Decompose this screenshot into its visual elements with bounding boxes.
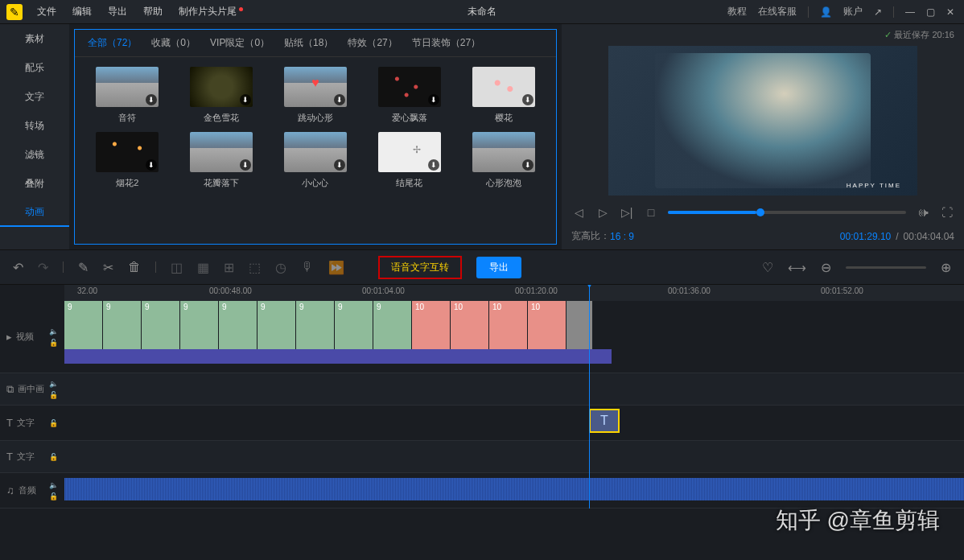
speed-icon[interactable]: ⏩ [328, 260, 344, 275]
lock-icon[interactable]: 🔓 [49, 339, 58, 347]
side-tab-1[interactable]: 配乐 [0, 53, 69, 82]
video-clip[interactable]: 9 [373, 301, 412, 349]
download-icon[interactable]: ⬇ [428, 159, 439, 171]
play-icon[interactable]: ▷ [595, 205, 610, 220]
asset-thumbnail[interactable]: ⬇ [96, 132, 159, 172]
asset-thumbnail[interactable]: ⬇ [472, 67, 535, 107]
duration-icon[interactable]: ◷ [275, 260, 286, 275]
menu-edit[interactable]: 编辑 [64, 5, 100, 19]
asset-item[interactable]: ⬇烟花2 [88, 132, 167, 189]
fit-icon[interactable]: ⟷ [788, 260, 806, 275]
speaker-icon[interactable]: 🔈 [49, 327, 58, 336]
share-icon[interactable]: ↗ [874, 6, 882, 18]
lock-icon[interactable]: 🔓 [49, 419, 58, 427]
stop-icon[interactable]: □ [644, 205, 658, 220]
asset-tab-0[interactable]: 全部（72） [88, 36, 137, 50]
link-tutorial[interactable]: 教程 [727, 5, 747, 19]
video-clip[interactable]: 10 [489, 301, 528, 349]
playhead[interactable] [589, 285, 590, 509]
asset-tab-4[interactable]: 特效（27） [348, 36, 397, 50]
lock-icon[interactable]: 🔓 [49, 453, 58, 461]
asset-thumbnail[interactable]: ⬇ [378, 67, 441, 107]
download-icon[interactable]: ⬇ [522, 159, 533, 171]
menu-intro-outro[interactable]: 制作片头片尾 [171, 5, 251, 19]
pencil-icon[interactable]: ✎ [78, 260, 89, 275]
next-frame-icon[interactable]: ▷| [620, 205, 634, 220]
volume-icon[interactable]: 🕪 [916, 205, 930, 220]
side-tab-3[interactable]: 转场 [0, 111, 69, 140]
side-tab-6[interactable]: 动画 [0, 198, 69, 227]
download-icon[interactable]: ⬇ [334, 94, 345, 105]
asset-tab-3[interactable]: 贴纸（18） [284, 36, 333, 50]
window-maximize-icon[interactable]: ▢ [926, 6, 935, 18]
video-clip[interactable]: 10 [412, 301, 451, 349]
asset-thumbnail[interactable]: ⬇ [190, 67, 253, 107]
download-icon[interactable]: ⬇ [240, 159, 251, 171]
video-clip[interactable]: 9 [142, 301, 180, 349]
marker-icon[interactable]: ♡ [762, 260, 773, 275]
zoom-icon[interactable]: ⬚ [249, 260, 261, 275]
asset-item[interactable]: ⬇跳动心形 [276, 67, 356, 124]
download-icon[interactable]: ⬇ [428, 94, 439, 105]
menu-help[interactable]: 帮助 [135, 5, 171, 19]
asset-item[interactable]: ⬇花瓣落下 [182, 132, 262, 189]
account-label[interactable]: 账户 [843, 5, 863, 19]
asset-thumbnail[interactable]: ⬇ [378, 132, 441, 172]
download-icon[interactable]: ⬇ [522, 94, 533, 105]
download-icon[interactable]: ⬇ [334, 159, 345, 171]
video-clip[interactable]: 9 [335, 301, 373, 349]
preview-screen[interactable]: HAPPY TIME [608, 46, 917, 196]
menu-file[interactable]: 文件 [29, 5, 64, 19]
side-tab-5[interactable]: 叠附 [0, 169, 69, 198]
lock-icon[interactable]: 🔓 [49, 391, 58, 399]
fullscreen-icon[interactable]: ⛶ [940, 205, 954, 220]
voice-text-button[interactable]: 语音文字互转 [378, 256, 462, 279]
download-icon[interactable]: ⬇ [240, 94, 251, 105]
menu-export[interactable]: 导出 [100, 5, 135, 19]
redo-icon[interactable]: ↷ [38, 260, 48, 275]
video-clip[interactable]: 10 [528, 301, 566, 349]
video-clip[interactable]: 9 [103, 301, 142, 349]
speaker-icon[interactable]: 🔈 [49, 481, 58, 489]
video-clip[interactable]: 10 [451, 301, 489, 349]
freeze-icon[interactable]: ⊞ [224, 260, 234, 275]
video-clip[interactable]: 9 [257, 301, 296, 349]
asset-item[interactable]: ⬇金色雪花 [182, 67, 262, 124]
zoom-out-icon[interactable]: ⊖ [821, 260, 831, 275]
side-tab-0[interactable]: 素材 [0, 24, 69, 53]
asset-item[interactable]: ⬇音符 [88, 67, 167, 124]
download-icon[interactable]: ⬇ [146, 94, 157, 105]
asset-item[interactable]: ⬇心形泡泡 [463, 132, 543, 189]
asset-thumbnail[interactable]: ⬇ [284, 132, 347, 172]
delete-icon[interactable]: 🗑 [128, 260, 141, 274]
record-icon[interactable]: 🎙 [301, 260, 314, 274]
text-clip[interactable]: T [589, 409, 620, 433]
asset-thumbnail[interactable]: ⬇ [96, 67, 159, 107]
asset-tab-5[interactable]: 节日装饰（27） [412, 36, 480, 50]
crop-icon[interactable]: ◫ [171, 260, 183, 275]
download-icon[interactable]: ⬇ [146, 159, 157, 171]
asset-item[interactable]: ⬇结尾花 [369, 132, 449, 189]
asset-item[interactable]: ⬇爱心飘落 [369, 67, 449, 124]
asset-item[interactable]: ⬇樱花 [463, 67, 543, 124]
zoom-slider[interactable] [846, 266, 926, 269]
window-minimize-icon[interactable]: — [905, 6, 915, 18]
video-clip[interactable]: 9 [180, 301, 219, 349]
side-tab-4[interactable]: 滤镜 [0, 140, 69, 169]
window-close-icon[interactable]: ✕ [946, 6, 954, 18]
video-clip[interactable]: 9 [219, 301, 257, 349]
time-ruler[interactable]: 32.0000:00:48.0000:01:04.0000:01:20.0000… [64, 285, 964, 301]
side-tab-2[interactable]: 文字 [0, 82, 69, 111]
cut-icon[interactable]: ✂ [103, 260, 113, 275]
audio-waveform[interactable] [64, 478, 964, 500]
lock-icon[interactable]: 🔓 [49, 492, 58, 500]
asset-item[interactable]: ⬇小心心 [276, 132, 356, 189]
asset-thumbnail[interactable]: ⬇ [284, 67, 347, 107]
asset-tab-1[interactable]: 收藏（0） [151, 36, 196, 50]
asset-thumbnail[interactable]: ⬇ [472, 132, 535, 172]
mosaic-icon[interactable]: ▦ [197, 260, 209, 275]
zoom-in-icon[interactable]: ⊕ [941, 260, 951, 275]
undo-icon[interactable]: ↶ [13, 260, 23, 275]
video-clip[interactable]: 9 [64, 301, 103, 349]
video-clip[interactable]: 9 [296, 301, 335, 349]
